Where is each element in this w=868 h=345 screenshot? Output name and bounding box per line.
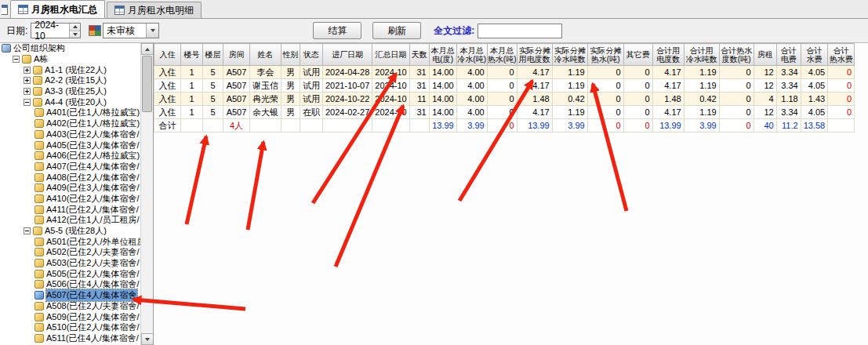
settle-button[interactable]: 结算 [313, 22, 361, 39]
column-header[interactable]: 合计 热水费 [828, 44, 855, 66]
column-header[interactable]: 本月总 热水(吨) [487, 44, 517, 66]
column-header[interactable]: 楼号 [181, 44, 203, 66]
tree-item[interactable]: A409(已住3人/集体宿舍/ [0, 183, 140, 194]
tree-item[interactable]: A407(已住4人/集体宿舍/ [0, 162, 140, 172]
table-row[interactable]: 入住15A507余大银男在职2024-02-272024-103114.004.… [154, 106, 855, 119]
column-header[interactable]: 其它费 [623, 44, 652, 66]
table-row[interactable]: 入住15A507冉光荣男试用2024-10-222024-101114.004.… [154, 93, 855, 106]
expand-icon[interactable] [24, 88, 31, 95]
review-status-dropdown[interactable]: 未审核 [103, 23, 159, 38]
table-cell: 0 [623, 79, 652, 93]
tree-item[interactable]: A4-4 (现住20人) [0, 96, 140, 107]
column-header[interactable]: 合计用 电度数 [652, 44, 684, 66]
tree-item[interactable]: A1-1 (现住22人) [0, 64, 140, 75]
tree-item[interactable]: A506(已住4人/集体宿舍/ [0, 279, 140, 290]
tab-monthly-summary[interactable]: 月房租水电汇总 [10, 0, 105, 18]
tree-item[interactable]: A505(已住2人/集体宿舍/ [0, 268, 140, 279]
table-cell: 13.99 [652, 119, 684, 133]
tree-item[interactable]: A508(已住2人/夫妻宿舍/ [0, 301, 140, 312]
tree-item[interactable]: A511(已住4人/集体宿舍/ [0, 333, 140, 344]
room-icon [35, 238, 44, 246]
table-cell: 在职 [300, 106, 323, 119]
column-header[interactable]: 状态 [300, 44, 323, 66]
tree-item[interactable]: A2-2 (现住15人) [0, 75, 140, 86]
column-header[interactable]: 本月总 冷水(吨) [456, 44, 487, 66]
table-cell: 5 [203, 106, 223, 119]
tree-item[interactable]: A507(已住4人/集体宿舍 [0, 290, 140, 301]
tree-item[interactable]: 公司组织架构 [0, 43, 140, 54]
table-cell: 4.17 [652, 106, 684, 119]
table-cell: 4.00 [456, 79, 487, 93]
tree-item[interactable]: A410(已住2人/集体宿舍/ [0, 194, 140, 205]
column-header[interactable]: 天数 [409, 44, 429, 66]
column-header[interactable]: 合计 水费 [801, 44, 828, 66]
tree-item[interactable]: A509(已住2人/集体宿舍/ [0, 311, 140, 322]
tree-item[interactable]: A3-3 (现住25人) [0, 86, 140, 97]
column-header[interactable]: 房租 [754, 44, 776, 66]
date-input[interactable]: 2024-10 [31, 23, 81, 38]
tree-item[interactable]: A503(已住2人/夫妻宿舍/ [0, 258, 140, 269]
column-header[interactable]: 汇总日期 [372, 44, 409, 66]
tree-item[interactable]: A501(已住2人/外单位租房 [0, 236, 140, 247]
tree-item[interactable]: A502(已住2人/夫妻宿舍/ [0, 247, 140, 258]
table-cell: 12 [754, 79, 776, 93]
scroll-up-button[interactable] [141, 43, 154, 55]
column-header[interactable]: 实际分摊 用电度数 [517, 44, 552, 66]
table-row[interactable]: 入住15A507李会男试用2024-04-282024-103114.004.0… [154, 66, 855, 79]
window-corner-icon [2, 5, 8, 15]
org-icon [2, 44, 11, 53]
table-cell [372, 119, 409, 133]
expand-icon[interactable] [24, 67, 31, 74]
table-cell: 4.05 [801, 106, 828, 119]
collapse-icon[interactable] [13, 56, 20, 63]
column-header[interactable]: 进厂日期 [323, 44, 372, 66]
table-cell [323, 119, 372, 133]
tree-item[interactable]: A402(已住1人/格拉威宝) [0, 118, 140, 129]
tree-item[interactable]: A408(已住2人/集体宿舍/ [0, 172, 140, 183]
tree-item[interactable]: A510(已住2人/集体宿舍/ [0, 322, 140, 333]
tree-scrollbar[interactable] [140, 43, 153, 345]
column-header[interactable]: 实际分摊 冷水吨数 [552, 44, 587, 66]
column-header[interactable]: 性别 [281, 44, 300, 66]
column-header[interactable]: 实际分摊 热水(吨) [587, 44, 623, 66]
date-value: 2024-10 [31, 20, 69, 42]
column-header[interactable]: 楼层 [203, 44, 223, 66]
column-header[interactable]: 合计用 冷水吨数 [684, 44, 719, 66]
column-header[interactable]: 房间 [223, 44, 250, 66]
room-icon [35, 270, 44, 278]
table-cell: 1.43 [801, 93, 828, 106]
column-header[interactable]: 本月总 电(度) [429, 44, 456, 66]
table-cell [250, 119, 281, 133]
spin-up-button[interactable] [70, 24, 80, 31]
tree-item[interactable]: A412(已住1人/员工租房/ [0, 215, 140, 226]
table-cell: 31 [409, 66, 429, 79]
dropdown-button[interactable] [146, 24, 158, 38]
table-cell: 入住 [154, 79, 181, 93]
column-header[interactable]: 入住 [154, 44, 181, 66]
spin-down-button[interactable] [70, 31, 80, 38]
scrollbar-thumb[interactable] [142, 56, 152, 112]
column-header[interactable]: 合计热水 度数(吨) [719, 44, 754, 66]
tree-item[interactable]: A栋 [0, 54, 140, 65]
collapse-icon[interactable] [24, 227, 31, 234]
tree-item[interactable]: A411(已住2人/集体宿舍/ [0, 204, 140, 215]
table-header-row: 入住楼号楼层房间姓名性别状态进厂日期汇总日期天数本月总 电(度)本月总 冷水(吨… [154, 44, 855, 66]
filter-input[interactable] [478, 24, 562, 38]
refresh-button[interactable]: 刷新 [372, 22, 421, 39]
tree-item[interactable]: A406(已住2人/格拉威宝) [0, 151, 140, 162]
tree-item[interactable]: A401(已住1人/格拉威宝) [0, 107, 140, 118]
scroll-down-button[interactable] [141, 333, 154, 345]
room-icon [35, 205, 44, 214]
table-cell: A507 [223, 93, 250, 106]
tab-monthly-detail[interactable]: 月房租水电明细 [107, 2, 202, 18]
column-header[interactable]: 合计 电费 [776, 44, 801, 66]
tree-item[interactable]: A405(已住3人/集体宿舍/ [0, 140, 140, 151]
expand-icon[interactable] [24, 77, 31, 84]
table-row[interactable]: 入住15A507谢玉信男试用2021-10-072024-103114.004.… [154, 79, 855, 93]
tree-item[interactable]: A5-5 (现住28人) [0, 226, 140, 237]
column-header[interactable]: 姓名 [250, 44, 281, 66]
table-cell: 0 [487, 79, 517, 93]
room-icon [35, 141, 44, 150]
tree-item[interactable]: A403(已住2人/集体宿舍/ [0, 129, 140, 140]
collapse-icon[interactable] [24, 99, 31, 106]
